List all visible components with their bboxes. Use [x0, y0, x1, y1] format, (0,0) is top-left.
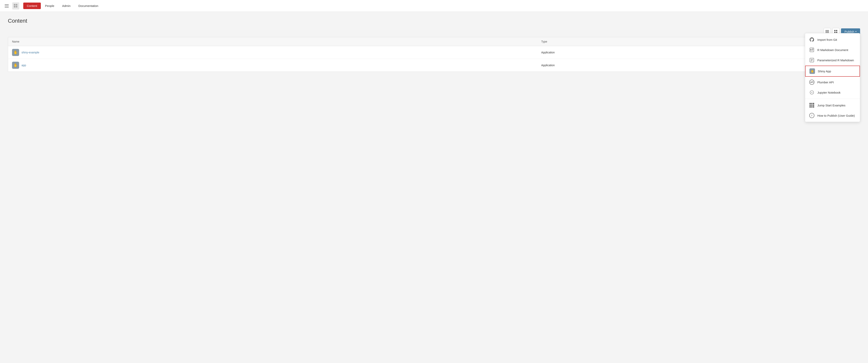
- svg-rect-3: [16, 6, 17, 7]
- dropdown-item-parameterized-r-markdown[interactable]: Parameterized R Markdown: [805, 55, 860, 65]
- info-icon: i: [809, 113, 814, 118]
- dropdown-label: R Markdown Document: [817, 48, 848, 52]
- nav-items: Content People Admin Documentation: [23, 3, 864, 9]
- svg-rect-0: [14, 4, 16, 5]
- svg-rect-9: [834, 32, 835, 33]
- r-markdown-icon: R: [809, 47, 814, 53]
- parameterized-icon: [809, 57, 814, 63]
- svg-rect-10: [836, 32, 837, 33]
- dropdown-label: Jump Start Examples: [817, 104, 845, 107]
- dropdown-label: Jupyter Notebook: [817, 91, 841, 94]
- publish-label: Publish: [844, 30, 854, 33]
- dropdown-item-jump-start-examples[interactable]: Jump Start Examples: [805, 100, 860, 110]
- plumber-api-icon: API: [809, 80, 814, 85]
- nav-item-admin[interactable]: Admin: [59, 3, 74, 9]
- dropdown-item-r-markdown[interactable]: R R Markdown Document: [805, 45, 860, 55]
- dropdown-label: How to Publish (User Guide): [817, 114, 855, 117]
- app-logo: [12, 2, 19, 9]
- content-toolbar: Publish ▾: [8, 28, 860, 35]
- dropdown-item-import-from-git[interactable]: Import from Git: [805, 34, 860, 45]
- app-link-app[interactable]: app: [22, 64, 26, 67]
- dropdown-item-plumber-api[interactable]: API Plumber API: [805, 77, 860, 87]
- dropdown-label: Parameterized R Markdown: [817, 59, 854, 62]
- app-link-shiny-example[interactable]: shiny-example: [22, 51, 39, 54]
- table-row: ✋ app Application: [8, 59, 860, 72]
- dropdown-label: Plumber API: [817, 81, 834, 84]
- row-name-cell: ✋ shiny-example: [8, 46, 537, 59]
- dropdown-item-jupyter-notebook[interactable]: Jupyter Notebook: [805, 87, 860, 97]
- navbar: Content People Admin Documentation: [0, 0, 868, 12]
- grid-icon: [809, 102, 814, 108]
- main-content: Content Publish ▾ Name: [0, 12, 868, 78]
- nav-item-people[interactable]: People: [41, 3, 58, 9]
- table-header-row: Name Type: [8, 37, 860, 46]
- app-icon: ✋: [12, 49, 19, 56]
- svg-rect-2: [14, 6, 16, 7]
- dropdown-label: Import from Git: [817, 38, 837, 41]
- jupyter-icon: [809, 90, 814, 95]
- hamburger-menu[interactable]: [4, 4, 9, 8]
- svg-rect-13: [812, 49, 813, 49]
- svg-rect-1: [16, 4, 17, 5]
- dropdown-label: Shiny App: [818, 69, 831, 73]
- app-icon: ✋: [12, 62, 19, 69]
- svg-rect-14: [812, 50, 813, 50]
- svg-text:R: R: [810, 49, 812, 51]
- svg-rect-5: [826, 31, 829, 32]
- svg-rect-4: [826, 30, 829, 31]
- svg-rect-15: [812, 50, 813, 51]
- github-icon: [809, 37, 814, 42]
- svg-rect-6: [826, 32, 829, 33]
- dropdown-divider: [805, 99, 860, 99]
- page-title: Content: [8, 18, 860, 24]
- nav-item-documentation[interactable]: Documentation: [75, 3, 102, 9]
- publish-chevron-icon: ▾: [856, 30, 857, 33]
- dropdown-item-shiny-app[interactable]: ✋ Shiny App: [805, 66, 860, 77]
- shiny-app-icon: ✋: [809, 68, 815, 74]
- content-table: Name Type ✋ shiny-example Application ✋: [8, 37, 860, 72]
- row-name-cell: ✋ app: [8, 59, 537, 72]
- nav-item-content[interactable]: Content: [23, 3, 41, 9]
- svg-rect-7: [834, 30, 835, 31]
- table-row: ✋ shiny-example Application: [8, 46, 860, 59]
- svg-rect-8: [836, 30, 837, 31]
- publish-dropdown-menu: Import from Git R R Markdown Document: [805, 33, 860, 122]
- dropdown-item-how-to-publish[interactable]: i How to Publish (User Guide): [805, 110, 860, 121]
- col-name: Name: [8, 37, 537, 46]
